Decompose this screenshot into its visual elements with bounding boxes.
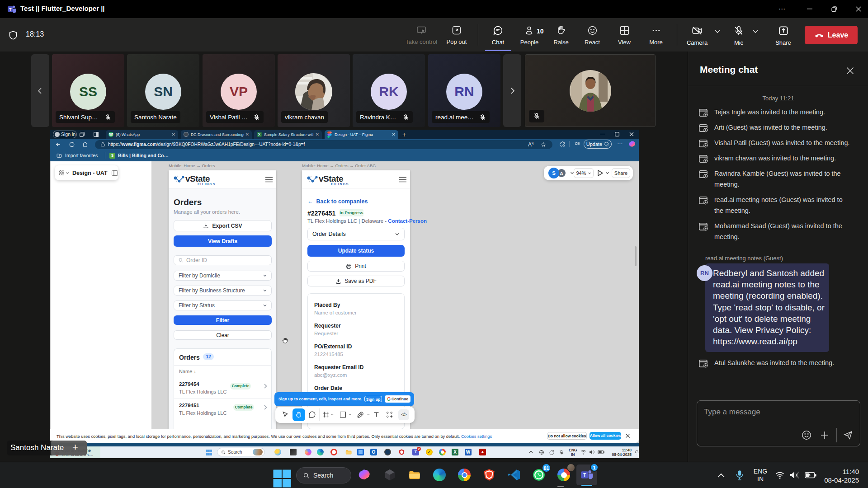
- svg-text:T: T: [9, 7, 12, 12]
- svg-text:T: T: [583, 472, 586, 478]
